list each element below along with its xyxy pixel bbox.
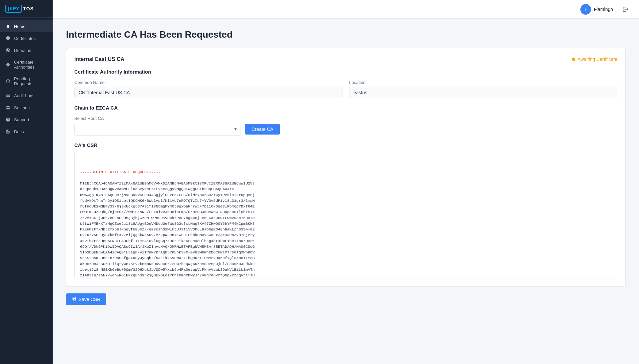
sidebar-item-settings[interactable]: Settings [0,102,53,114]
ca-info-section: Certificate Authority Information Common… [74,69,617,98]
shield-icon [5,36,11,41]
building-icon [5,62,11,67]
globe-icon [5,48,11,53]
location-group: Location [349,80,617,98]
root-ca-select[interactable] [74,123,241,136]
csr-section: CA's CSR -----BEGIN CERTIFICATE REQUEST-… [74,142,617,278]
sidebar-item-audit-label: Audit Logs [14,93,34,98]
logo-text: TOS [23,6,34,11]
csr-title: CA's CSR [74,142,617,148]
common-name-label: Common Name [74,80,342,85]
sidebar-item-certificates-label: Certificates [14,36,36,41]
user-badge[interactable]: F Flamingo [577,2,616,17]
sidebar-item-domains-label: Domains [14,48,31,53]
page-title: Intermediate CA Has Been Requested [66,29,626,40]
save-icon [72,296,77,302]
sidebar-item-docs-label: Docs [14,129,24,134]
status-badge: Awaiting Certificate [572,57,617,62]
csr-content-box: -----BEGIN CERTIFICATE REQUEST----- MIIE… [74,152,617,278]
csr-header: -----BEGIN CERTIFICATE REQUEST----- [80,169,612,175]
sidebar-item-certificates[interactable]: Certificates [0,32,53,44]
sidebar-item-certificate-authorities[interactable]: Certificate Authorities [0,56,53,73]
chain-title: Chain to EZCA CA [74,105,617,111]
home-icon [5,24,11,29]
common-name-group: Common Name [74,80,342,98]
content: Intermediate CA Has Been Requested Inter… [53,19,639,364]
sidebar-item-settings-label: Settings [14,105,30,110]
root-ca-select-wrapper: ▼ [74,123,241,136]
card-title: Internal East US CA [74,56,124,62]
select-root-ca-label: Select Root CA [74,116,617,121]
sidebar-nav: Home Certificates Domains Certificate Au… [0,18,53,364]
csr-body: MIIEtjCCAp4CAQAwTzELMAkGA1UEBhMCVVMxDzAN… [80,181,612,278]
chain-section: Chain to EZCA CA Select Root CA ▼ Create… [74,105,617,136]
sidebar-item-pending-label: Pending Requests [14,76,47,86]
logo: [KEY TOS [0,0,53,18]
save-csr-label: Save CSR [79,297,100,302]
sidebar-item-ca-label: Certificate Authorities [14,60,47,70]
ca-info-title: Certificate Authority Information [74,69,617,75]
ca-info-form-row: Common Name Location [74,80,617,98]
chain-row: ▼ Create CA [74,123,617,136]
save-csr-button[interactable]: Save CSR [66,293,106,305]
doc-icon [5,129,11,134]
main: F Flamingo Intermediate CA Has Been Requ… [53,0,639,364]
logout-button[interactable] [620,4,631,15]
logo-bracket: [KEY [5,5,22,13]
main-card: Internal East US CA Awaiting Certificate… [66,48,626,287]
sidebar-item-domains[interactable]: Domains [0,44,53,56]
sidebar-item-support[interactable]: Support [0,114,53,126]
sidebar-item-home[interactable]: Home [0,20,53,32]
help-icon [5,117,11,122]
clock-icon [5,79,11,84]
sidebar-item-home-label: Home [14,24,26,29]
topbar: F Flamingo [53,0,639,19]
create-ca-button[interactable]: Create CA [245,124,280,135]
location-label: Location [349,80,617,85]
user-name: Flamingo [594,7,613,12]
location-input[interactable] [349,87,617,98]
sidebar-item-support-label: Support [14,117,29,122]
list-icon [5,93,11,98]
avatar: F [580,4,591,15]
sidebar: [KEY TOS Home Certificates Domains [0,0,53,364]
sidebar-item-docs[interactable]: Docs [0,126,53,138]
gear-icon [5,105,11,110]
sidebar-item-audit-logs[interactable]: Audit Logs [0,90,53,102]
common-name-input[interactable] [74,87,342,98]
sidebar-item-pending-requests[interactable]: Pending Requests [0,73,53,90]
status-label: Awaiting Certificate [577,57,617,62]
status-dot [572,58,575,61]
card-header: Internal East US CA Awaiting Certificate [74,56,617,62]
